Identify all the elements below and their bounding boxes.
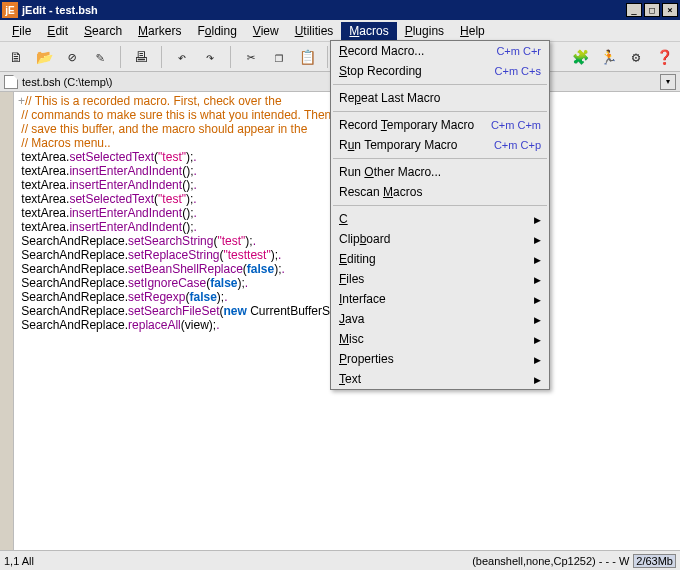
menu-item-label: Stop Recording [339,64,495,78]
menu-item-label: C [339,212,534,226]
submenu-arrow-icon [534,374,541,385]
new-icon[interactable]: 🗎 [4,45,28,69]
menu-item[interactable]: Files [331,269,549,289]
close-button[interactable]: × [662,3,678,17]
menu-item[interactable]: Misc [331,329,549,349]
help-icon[interactable]: ❓ [652,45,676,69]
menu-item-label: Run Other Macro... [339,165,541,179]
menu-separator [333,111,547,112]
menu-plugins[interactable]: Plugins [397,22,452,40]
redo-icon[interactable]: ↷ [198,45,222,69]
menu-item[interactable]: Repeat Last Macro [331,88,549,108]
menu-item-label: Clipboard [339,232,534,246]
menu-item[interactable]: Editing [331,249,549,269]
macros-menu: Record Macro...C+m C+rStop RecordingC+m … [330,40,550,390]
menu-item[interactable]: Properties [331,349,549,369]
caret-status: 1,1 All [4,555,34,567]
menu-accelerator: C+m C+m [491,119,541,131]
toolbar-sep [120,46,121,68]
menu-item-label: Record Temporary Macro [339,118,491,132]
print-icon[interactable]: 🖶 [129,45,153,69]
menu-item-label: Repeat Last Macro [339,91,541,105]
cut-icon[interactable]: ✂ [239,45,263,69]
menu-item[interactable]: Text [331,369,549,389]
menu-utilities[interactable]: Utilities [287,22,342,40]
submenu-arrow-icon [534,274,541,285]
paste-icon[interactable]: 📋 [295,45,319,69]
menu-item[interactable]: Rescan Macros [331,182,549,202]
buffer-dropdown-button[interactable]: ▾ [660,74,676,90]
menu-folding[interactable]: Folding [189,22,244,40]
menu-markers[interactable]: Markers [130,22,189,40]
toolbar-sep [161,46,162,68]
edit-icon[interactable]: ✎ [88,45,112,69]
submenu-arrow-icon [534,294,541,305]
memory-status[interactable]: 2/63Mb [633,554,676,568]
maximize-button[interactable]: □ [644,3,660,17]
menu-item-label: Properties [339,352,534,366]
minimize-button[interactable]: _ [626,3,642,17]
menu-item[interactable]: Interface [331,289,549,309]
menu-item-label: Record Macro... [339,44,496,58]
file-icon [4,75,18,89]
menu-separator [333,158,547,159]
toolbar-sep [327,46,328,68]
menu-item-label: Interface [339,292,534,306]
menu-item-label: Java [339,312,534,326]
forbid-icon[interactable]: ⊘ [60,45,84,69]
menu-item-label: Text [339,372,534,386]
menu-accelerator: C+m C+s [495,65,541,77]
submenu-arrow-icon [534,214,541,225]
menu-item-label: Run Temporary Macro [339,138,494,152]
menu-item-label: Editing [339,252,534,266]
menu-item[interactable]: C [331,209,549,229]
menu-help[interactable]: Help [452,22,493,40]
menu-macros[interactable]: Macros [341,22,396,40]
menu-edit[interactable]: Edit [39,22,76,40]
menu-item[interactable]: Run Other Macro... [331,162,549,182]
menu-search[interactable]: Search [76,22,130,40]
menu-item-label: Misc [339,332,534,346]
menu-item[interactable]: Clipboard [331,229,549,249]
menu-item[interactable]: Record Macro...C+m C+r [331,41,549,61]
menu-item[interactable]: Run Temporary MacroC+m C+p [331,135,549,155]
open-icon[interactable]: 📂 [32,45,56,69]
submenu-arrow-icon [534,334,541,345]
undo-icon[interactable]: ↶ [170,45,194,69]
toolbar-sep [230,46,231,68]
copy-icon[interactable]: ❐ [267,45,291,69]
submenu-arrow-icon [534,234,541,245]
menubar: FileEditSearchMarkersFoldingViewUtilitie… [0,20,680,42]
menu-item[interactable]: Java [331,309,549,329]
menu-item[interactable]: Stop RecordingC+m C+s [331,61,549,81]
settings-icon[interactable]: ⚙ [624,45,648,69]
gutter [0,92,14,550]
mode-status: (beanshell,none,Cp1252) - - - W [472,555,629,567]
submenu-arrow-icon [534,354,541,365]
menu-file[interactable]: File [4,22,39,40]
menu-item-label: Files [339,272,534,286]
plugin-icon[interactable]: 🧩 [568,45,592,69]
menu-item-label: Rescan Macros [339,185,541,199]
submenu-arrow-icon [534,314,541,325]
status-bar: 1,1 All (beanshell,none,Cp1252) - - - W … [0,550,680,570]
menu-separator [333,84,547,85]
menu-accelerator: C+m C+r [496,45,541,57]
window-title: jEdit - test.bsh [22,4,624,16]
buffer-label[interactable]: test.bsh (C:\temp\) [22,76,112,88]
app-icon: jE [2,2,18,18]
titlebar: jE jEdit - test.bsh _ □ × [0,0,680,20]
menu-view[interactable]: View [245,22,287,40]
menu-item[interactable]: Record Temporary MacroC+m C+m [331,115,549,135]
menu-separator [333,205,547,206]
submenu-arrow-icon [534,254,541,265]
run-icon[interactable]: 🏃 [596,45,620,69]
menu-accelerator: C+m C+p [494,139,541,151]
